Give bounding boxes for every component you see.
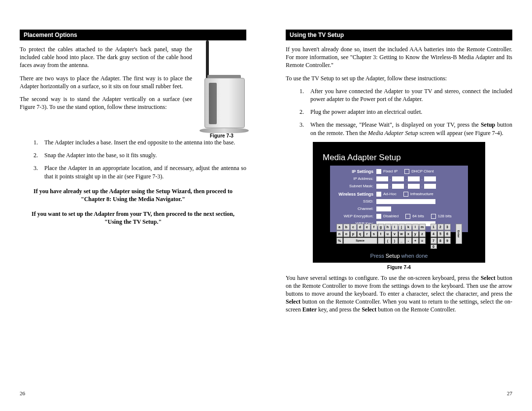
list-number: 2. (299, 108, 310, 116)
radio-dhcp[interactable] (404, 169, 409, 174)
kb-key[interactable]: k (405, 224, 412, 230)
ip-address-input[interactable]: ... (376, 176, 436, 181)
kb-key[interactable]: 9 (444, 238, 451, 244)
kb-key[interactable]: 5 (437, 231, 444, 237)
kb-key[interactable]: d (357, 224, 364, 230)
kb-key[interactable]: o (343, 231, 350, 237)
kb-key[interactable]: q (357, 231, 364, 237)
kb-key[interactable]: w (399, 231, 405, 237)
kb-key[interactable]: 1 (431, 224, 437, 230)
ip-address-label: IP Address: (335, 176, 376, 181)
list-number: 1. (299, 87, 310, 103)
kb-key[interactable]: - (405, 238, 412, 244)
kb-key[interactable]: f (371, 224, 377, 230)
wep-encryption-row: WEP Encryption: Disabled 64 bits 128 bit… (335, 213, 463, 219)
kb-key[interactable]: x (405, 231, 412, 237)
kb-key[interactable]: j (399, 224, 405, 230)
kb-key[interactable]: l (412, 224, 419, 230)
list-number: 2. (33, 151, 44, 159)
kb-key[interactable] (378, 238, 384, 244)
kb-key[interactable]: ( (385, 238, 391, 244)
kb-key[interactable]: 7 (431, 238, 437, 244)
text-column: To protect the cables attached to the Ad… (20, 45, 192, 138)
subnet-row: Subnet Mask: ... (335, 183, 463, 189)
kb-key[interactable]: c (350, 224, 357, 230)
radio-disabled[interactable] (376, 214, 381, 219)
kb-key[interactable]: + (412, 238, 419, 244)
paragraph: There are two ways to place the Adapter.… (20, 74, 192, 90)
kb-key[interactable]: h (385, 224, 391, 230)
numbered-list: 1. The Adapter includes a base. Insert t… (20, 138, 246, 180)
paragraph: You have several settings to configure. … (286, 274, 512, 314)
radio-infrastructure[interactable] (403, 192, 408, 197)
ip-address-row: IP Address: ... (335, 176, 463, 182)
kb-key[interactable]: 2 (437, 224, 444, 230)
channel-label: Channel: (335, 206, 376, 211)
kb-key[interactable]: e (364, 224, 370, 230)
kb-key[interactable]: p (350, 231, 357, 237)
list-item: 1. The Adapter includes a base. Insert t… (33, 138, 246, 146)
kb-space[interactable]: Space (343, 238, 377, 244)
list-item: 3. When the message, "Please Wait", is d… (299, 121, 512, 137)
kb-key[interactable]: v (392, 231, 398, 237)
ssid-label: SSID: (335, 199, 376, 204)
kb-key[interactable]: 0 (431, 244, 437, 249)
list-text: Place the Adapter in an appropriate loca… (44, 164, 246, 180)
list-item: 1. After you have connected the Adapter … (299, 87, 512, 103)
kb-key[interactable]: z (419, 231, 426, 237)
kb-key[interactable]: = (419, 238, 426, 244)
kb-key[interactable]: ) (392, 238, 398, 244)
onscreen-keyboard: a b c d e f g h i j k l m n o p q (329, 224, 469, 249)
kb-key[interactable]: n (336, 231, 343, 237)
kb-key[interactable]: 4 (431, 231, 437, 237)
list-text: Plug the power adapter into an electrica… (310, 108, 512, 116)
kb-key[interactable]: a (336, 224, 343, 230)
page-right: Using the TV Setup If you haven't alread… (266, 0, 532, 411)
paragraph: To use the TV Setup to set up the Adapte… (286, 74, 512, 82)
kb-key[interactable]: y (412, 231, 419, 237)
numbered-list: 1. After you have connected the Adapter … (286, 87, 512, 137)
kb-key[interactable]: b (343, 224, 350, 230)
radio-fixed-ip[interactable] (376, 169, 381, 174)
kb-key[interactable]: 8 (437, 238, 444, 244)
wep-encryption-label: WEP Encryption: (335, 214, 376, 218)
subnet-input[interactable]: ... (376, 184, 436, 189)
kb-key[interactable]: m (419, 224, 426, 230)
kb-key[interactable]: s (371, 231, 377, 237)
paragraph: If you haven't already done so, insert t… (286, 45, 512, 69)
figure-caption: Figure 7-3 (197, 133, 246, 138)
radio-adhoc[interactable] (376, 192, 381, 197)
kb-key[interactable]: g (378, 224, 384, 230)
radio-64bits[interactable] (405, 214, 410, 219)
press-setup-hint: Press Setup when done (313, 253, 485, 259)
kb-key[interactable]: _ (399, 238, 405, 244)
callout-note: If you want to set up the Adapter from y… (20, 210, 246, 226)
kb-key[interactable]: % (336, 238, 343, 244)
list-text: When the message, "Please Wait", is disp… (310, 121, 512, 137)
settings-panel: IP Settings Fixed IP DHCP Client IP Addr… (330, 166, 468, 232)
page-spread: Placement Options To protect the cables … (0, 0, 532, 411)
kb-key[interactable]: u (385, 231, 391, 237)
ssid-input[interactable] (376, 199, 435, 204)
subnet-label: Subnet Mask: (335, 184, 376, 188)
list-text: Snap the Adapter into the base, so it fi… (44, 151, 246, 159)
figure-7-3: Figure 7-3 (197, 45, 246, 138)
device-base (200, 128, 249, 133)
radio-128bits[interactable] (431, 214, 436, 219)
channel-input[interactable] (376, 206, 391, 211)
kb-key[interactable]: r (364, 231, 370, 237)
figure-7-4-tv-screen: Media Adapter Setup IP Settings Fixed IP… (313, 142, 485, 263)
kb-key[interactable]: i (392, 224, 398, 230)
section-header-placement: Placement Options (20, 30, 246, 40)
wireless-settings-label: Wireless Settings (335, 192, 376, 197)
list-text: The Adapter includes a base. Insert the … (44, 138, 246, 146)
kb-key[interactable]: 3 (444, 224, 451, 230)
kb-key[interactable]: t (378, 231, 384, 237)
paragraph: To protect the cables attached to the Ad… (20, 45, 192, 69)
page-number: 26 (20, 390, 25, 396)
kb-enter[interactable]: Enter (456, 224, 462, 244)
figure-caption: Figure 7-4 (286, 265, 512, 270)
kb-key[interactable]: 6 (444, 231, 451, 237)
list-number: 3. (299, 121, 310, 137)
list-number: 1. (33, 138, 44, 146)
